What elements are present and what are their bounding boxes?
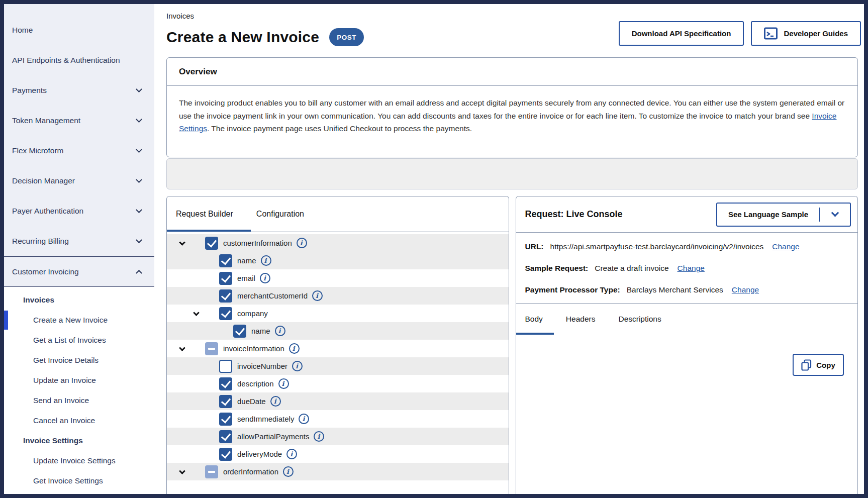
info-icon[interactable] <box>261 255 271 266</box>
checkbox-checked[interactable] <box>219 289 232 303</box>
checkbox-unchecked[interactable] <box>219 360 232 373</box>
checkbox-checked[interactable] <box>233 325 246 338</box>
developer-guides-button[interactable]: Developer Guides <box>751 21 861 46</box>
checkbox-checked[interactable] <box>219 448 232 461</box>
field-label: invoiceInformation <box>223 344 284 353</box>
tab-request-builder[interactable]: Request Builder <box>176 210 233 219</box>
change-url-link[interactable]: Change <box>772 241 799 252</box>
sidebar-item-label: Token Management <box>12 116 80 125</box>
breadcrumb[interactable]: Invoices <box>166 11 858 21</box>
chevron-down-icon <box>136 116 142 123</box>
header-buttons: Download API Specification Developer Gui… <box>619 21 861 46</box>
checkbox-checked[interactable] <box>205 237 218 250</box>
panels-row: Request Builder Configuration customerIn… <box>166 196 858 494</box>
change-payment-processor-link[interactable]: Change <box>732 284 759 295</box>
see-language-sample-button[interactable]: See Language Sample <box>716 203 851 227</box>
sidebar-item-recurring-billing[interactable]: Recurring Billing <box>4 226 154 256</box>
url-label: URL: <box>525 241 544 252</box>
url-row: URL: https://api.smartpayfuse-test.barcl… <box>525 241 847 252</box>
sidebar-item-label: Recurring Billing <box>12 237 69 246</box>
info-icon[interactable] <box>270 396 281 407</box>
chevron-down-icon[interactable] <box>179 468 185 474</box>
checkbox-checked[interactable] <box>219 272 232 285</box>
change-sample-request-link[interactable]: Change <box>678 263 705 274</box>
sidebar-item-get-invoice-details[interactable]: Get Invoice Details <box>4 350 154 370</box>
sidebar-item-payments[interactable]: Payments <box>4 75 154 106</box>
sidebar-item-update-an-invoice[interactable]: Update an Invoice <box>4 370 154 390</box>
checkbox-checked[interactable] <box>219 307 232 320</box>
info-icon[interactable] <box>278 378 289 389</box>
sidebar-item-update-invoice-settings[interactable]: Update Invoice Settings <box>4 451 154 471</box>
overview-text-part: The invoicing product enables you to bil… <box>179 98 844 120</box>
chevron-down-icon[interactable] <box>193 310 200 316</box>
field-label: sendImmediately <box>237 415 294 423</box>
sidebar-item-api-endpoints[interactable]: API Endpoints & Authentication <box>4 45 154 75</box>
sidebar-item-get-a-list-of-invoices[interactable]: Get a List of Invoices <box>4 330 154 350</box>
tree-row: deliveryMode <box>167 445 509 463</box>
sidebar-item-send-an-invoice[interactable]: Send an Invoice <box>4 390 154 411</box>
checkbox-checked[interactable] <box>219 413 232 426</box>
sidebar-item-flex-microform[interactable]: Flex Microform <box>4 136 154 166</box>
tab-configuration[interactable]: Configuration <box>256 210 304 219</box>
info-icon[interactable] <box>312 290 323 301</box>
sidebar-item-label: Get Invoice Settings <box>33 476 103 485</box>
payment-processor-row: Payment Processor Type: Barclays Merchan… <box>525 284 847 295</box>
info-icon[interactable] <box>283 466 294 477</box>
sidebar-item-label: Payer Authentication <box>12 207 83 216</box>
active-tab-underline <box>167 230 251 232</box>
info-icon[interactable] <box>314 431 324 442</box>
field-label: allowPartialPayments <box>237 432 309 441</box>
sidebar-item-home[interactable]: Home <box>4 15 154 45</box>
info-icon[interactable] <box>292 361 303 371</box>
sidebar-item-label: API Endpoints & Authentication <box>12 56 120 65</box>
checkbox-checked[interactable] <box>219 254 232 267</box>
copy-icon <box>801 359 812 371</box>
tree-row: email <box>167 269 509 287</box>
field-label: orderInformation <box>223 467 278 476</box>
payment-processor-value: Barclays Merchant Services <box>627 284 723 295</box>
info-icon[interactable] <box>297 238 307 248</box>
sidebar-item-decision-manager[interactable]: Decision Manager <box>4 166 154 196</box>
request-builder-tabs: Request Builder Configuration <box>167 196 509 232</box>
field-label: deliveryMode <box>237 450 282 458</box>
checkbox-indeterminate[interactable] <box>205 465 218 478</box>
sidebar-item-customer-invoicing[interactable]: Customer Invoicing <box>4 257 154 286</box>
info-icon[interactable] <box>260 273 270 283</box>
sidebar-item-token-management[interactable]: Token Management <box>4 106 154 136</box>
tree-row: invoiceInformation <box>167 340 509 357</box>
tree-row: dueDate <box>167 392 509 410</box>
sample-request-value: Create a draft invoice <box>595 263 668 274</box>
info-icon[interactable] <box>289 343 300 354</box>
tab-descriptions[interactable]: Descriptions <box>618 315 661 324</box>
download-api-spec-button[interactable]: Download API Specification <box>619 21 744 46</box>
overview-text: The invoicing product enables you to bil… <box>167 86 857 146</box>
sidebar-item-label: Update an Invoice <box>33 376 96 385</box>
tab-headers[interactable]: Headers <box>566 315 596 324</box>
checkbox-checked[interactable] <box>219 395 232 408</box>
checkbox-checked[interactable] <box>219 430 232 443</box>
checkbox-indeterminate[interactable] <box>205 342 218 355</box>
request-builder-panel: Request Builder Configuration customerIn… <box>166 196 509 494</box>
checkbox-checked[interactable] <box>219 377 232 390</box>
sidebar: Home API Endpoints & Authentication Paym… <box>4 4 154 494</box>
chevron-down-icon[interactable] <box>179 345 185 351</box>
tree-row: orderInformation <box>167 463 509 480</box>
language-dropdown-toggle[interactable] <box>820 212 850 217</box>
tab-body[interactable]: Body <box>525 315 543 324</box>
copy-button[interactable]: Copy <box>793 354 844 376</box>
info-icon[interactable] <box>299 414 309 424</box>
chevron-down-icon <box>136 207 142 213</box>
info-icon[interactable] <box>275 326 285 336</box>
chevron-down-icon[interactable] <box>179 239 185 246</box>
sidebar-item-create-a-new-invoice[interactable]: Create a New Invoice <box>4 310 154 330</box>
sidebar-item-label: Get a List of Invoices <box>33 336 106 345</box>
tree-row: name <box>167 252 509 269</box>
sidebar-item-cancel-an-invoice[interactable]: Cancel an Invoice <box>4 411 154 431</box>
sidebar-item-payer-authentication[interactable]: Payer Authentication <box>4 196 154 226</box>
sidebar-item-get-invoice-settings[interactable]: Get Invoice Settings <box>4 471 154 491</box>
info-icon[interactable] <box>286 449 297 459</box>
button-label: Developer Guides <box>784 29 848 38</box>
chevron-down-icon <box>136 176 142 183</box>
field-label: company <box>237 309 268 318</box>
sidebar-item-label: Send an Invoice <box>33 396 89 405</box>
